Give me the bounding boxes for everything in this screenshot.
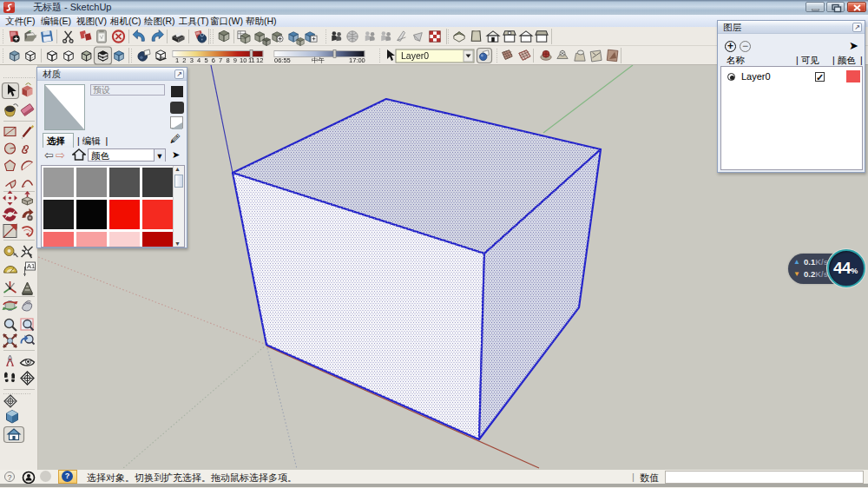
svg-text:9: 9 — [233, 56, 237, 64]
svg-text:7: 7 — [219, 56, 222, 64]
svg-text:中午: 中午 — [312, 56, 326, 64]
svg-text:6: 6 — [212, 56, 215, 64]
svg-text:11: 11 — [248, 56, 255, 64]
svg-text:1: 1 — [175, 56, 179, 64]
svg-text:3: 3 — [190, 56, 194, 64]
svg-text:Layer0: Layer0 — [401, 50, 429, 61]
svg-text:A1: A1 — [27, 262, 35, 270]
svg-text:8: 8 — [226, 56, 229, 64]
svg-text:10: 10 — [240, 56, 247, 64]
svg-text:06:55: 06:55 — [274, 56, 291, 64]
svg-text:4: 4 — [197, 56, 201, 64]
svg-text:2: 2 — [182, 56, 186, 64]
svg-text:5: 5 — [204, 56, 207, 64]
svg-text:17:00: 17:00 — [349, 56, 365, 64]
svg-text:12: 12 — [256, 56, 263, 64]
